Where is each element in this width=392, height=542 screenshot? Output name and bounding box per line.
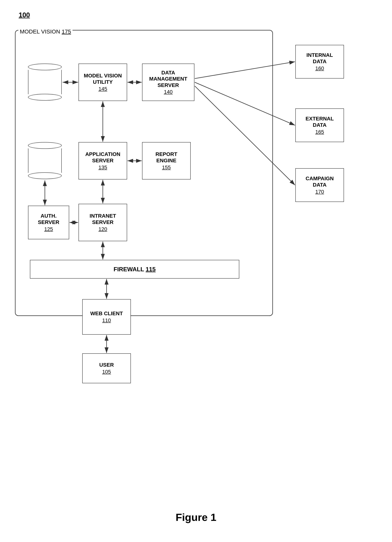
internal-data-node: INTERNALDATA 160: [295, 45, 344, 79]
cylinder-bottom-model-db: [28, 94, 62, 101]
cylinder-mid-user-db: [28, 148, 62, 173]
report-engine-label: REPORTENGINE: [156, 151, 177, 164]
intranet-server-node: INTRANETSERVER 120: [79, 204, 127, 241]
figure-caption: Figure 1: [176, 511, 216, 523]
cylinder-top-user-db: [28, 142, 62, 149]
application-server-number: 135: [98, 164, 107, 170]
auth-server-label: AUTH.SERVER: [38, 213, 59, 225]
internal-data-label: INTERNALDATA: [306, 52, 333, 65]
intranet-server-number: 120: [98, 226, 107, 232]
external-data-node: EXTERNALDATA 165: [295, 108, 344, 142]
user-number: 105: [102, 369, 111, 375]
model-database-node: MODELDATABASE 150: [28, 64, 62, 101]
external-data-label: EXTERNALDATA: [306, 115, 334, 128]
user-database-node: USERDATABASE 130: [28, 142, 62, 179]
web-client-node: WEB CLIENT 110: [82, 299, 131, 335]
cylinder-bottom-user-db: [28, 172, 62, 179]
cylinder-mid-model-db: [28, 70, 62, 94]
campaign-data-label: CAMPAIGNDATA: [306, 175, 334, 188]
model-vision-utility-node: MODEL VISIONUTILITY 145: [79, 64, 127, 101]
data-management-server-node: DATAMANAGEMENTSERVER 140: [142, 64, 194, 101]
model-vision-utility-number: 145: [98, 86, 107, 92]
auth-server-node: AUTH.SERVER 125: [28, 206, 69, 239]
application-server-node: APPLICATIONSERVER 135: [79, 142, 127, 179]
web-client-label: WEB CLIENT: [90, 310, 123, 317]
report-engine-node: REPORTENGINE 155: [142, 142, 191, 179]
internal-data-number: 160: [315, 65, 324, 71]
campaign-data-node: CAMPAIGNDATA 170: [295, 168, 344, 202]
campaign-data-number: 170: [315, 189, 324, 195]
model-vision-label: MODEL VISION 175: [18, 28, 73, 35]
external-data-number: 165: [315, 129, 324, 135]
data-management-server-label: DATAMANAGEMENTSERVER: [149, 70, 187, 88]
model-vision-utility-label: MODEL VISIONUTILITY: [84, 73, 122, 85]
cylinder-top-model-db: [28, 64, 62, 70]
report-engine-number: 155: [162, 164, 171, 170]
auth-server-number: 125: [44, 226, 53, 232]
user-node: USER 105: [82, 353, 131, 383]
page-number: 100: [19, 11, 30, 19]
user-label: USER: [99, 362, 114, 368]
firewall-label: FIREWALL 115: [113, 266, 156, 273]
data-management-server-number: 140: [164, 89, 173, 95]
web-client-number: 110: [102, 317, 111, 323]
firewall-node: FIREWALL 115: [30, 260, 239, 279]
application-server-label: APPLICATIONSERVER: [85, 151, 120, 164]
intranet-server-label: INTRANETSERVER: [90, 213, 116, 225]
